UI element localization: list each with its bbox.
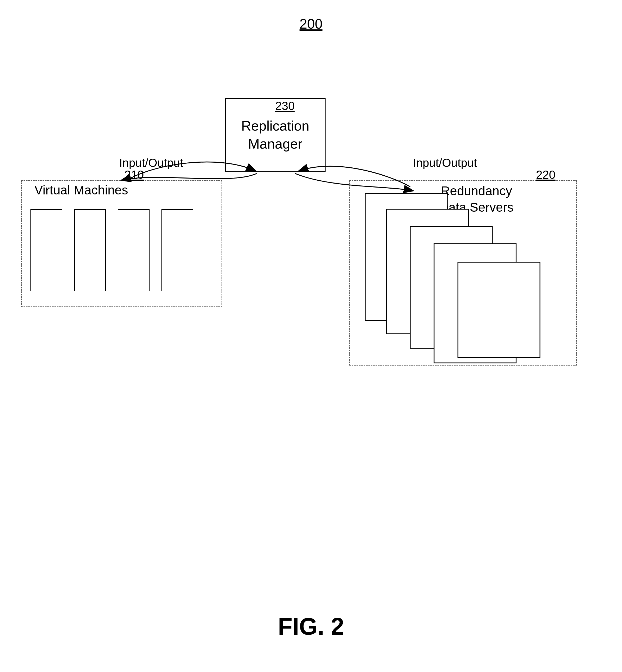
vm-rect-3 <box>118 209 149 291</box>
vm-rect-2 <box>74 209 106 291</box>
vm-rect-1 <box>30 209 62 291</box>
rds-label: Redundancy Data Servers <box>439 183 514 216</box>
io-label-left: Input/Output <box>119 156 183 169</box>
figure-top-number: 200 <box>300 16 323 32</box>
replication-manager-ref: 230 <box>275 99 295 113</box>
rds-ref-number: 220 <box>536 168 555 182</box>
vm-ref-number: 210 <box>125 168 144 182</box>
vm-label: Virtual Machines <box>34 183 128 197</box>
vm-rect-4 <box>162 209 193 291</box>
figure-caption: FIG. 2 <box>278 613 344 640</box>
diagram-container: 200 Replication Manager 230 210 Virtual … <box>0 0 622 672</box>
replication-manager-label: Replication Manager <box>241 117 309 153</box>
io-label-right: Input/Output <box>413 156 477 169</box>
